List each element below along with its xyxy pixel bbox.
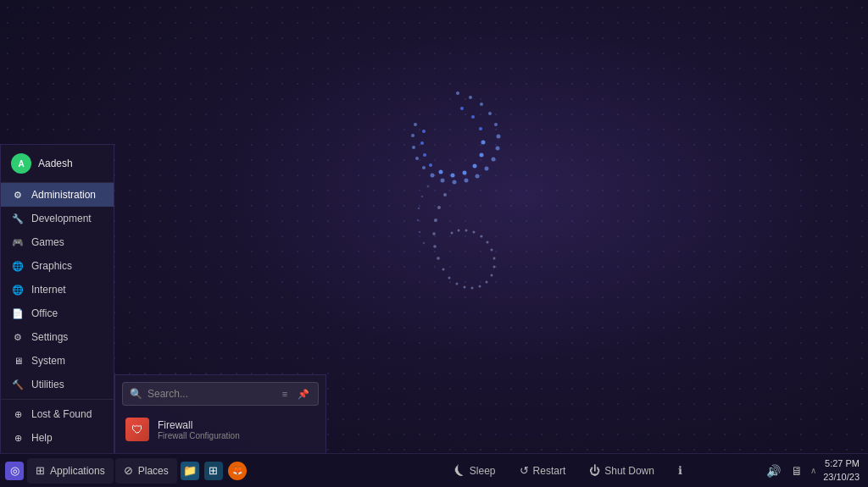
network-icon[interactable]: 🖥 (788, 462, 805, 479)
applications-button[interactable]: ⊞ Applications (27, 458, 114, 484)
menu-item-graphics[interactable]: 🌐 Graphics (1, 254, 114, 278)
svg-point-45 (491, 274, 493, 277)
search-bar[interactable]: 🔍 ≡ 📌 (122, 382, 319, 406)
svg-point-28 (429, 163, 432, 167)
svg-point-22 (481, 141, 486, 145)
svg-point-58 (417, 219, 420, 222)
pin-icon[interactable]: 📌 (296, 386, 311, 401)
restart-button[interactable]: ↺ Restart (509, 461, 576, 480)
office-icon: 📄 (11, 307, 25, 320)
app-item-firewall[interactable]: 🛡 Firewall Firewall Configuration (115, 412, 326, 446)
development-icon: 🔧 (11, 212, 25, 225)
menu-item-settings[interactable]: ⚙ Settings (1, 325, 114, 349)
svg-point-20 (471, 115, 475, 119)
svg-point-36 (433, 245, 437, 248)
administration-icon: ⚙ (11, 188, 25, 202)
user-name: Aadesh (38, 158, 73, 169)
taskbar-center: ⏾ Sleep ↺ Restart ⏻ Shut Down ℹ (381, 461, 756, 480)
taskbar: ◎ ⊞ Applications ⊘ Places 📁 ⊞ 🦊 (0, 453, 868, 487)
svg-point-24 (473, 164, 477, 169)
menu-item-system[interactable]: 🖥 System (1, 349, 114, 373)
svg-point-39 (448, 277, 451, 279)
svg-point-48 (491, 249, 493, 252)
desktop: A Aadesh ⚙ Administration 🔧 Development … (0, 0, 868, 487)
svg-point-26 (451, 174, 455, 178)
svg-point-49 (487, 241, 489, 244)
system-tray: 🔊 🖥 ∧ (764, 462, 816, 479)
filter-icon[interactable]: ≡ (277, 386, 292, 401)
svg-point-8 (485, 167, 489, 171)
taskbar-app-files[interactable]: 📁 (181, 462, 199, 480)
settings-icon: ⚙ (11, 330, 25, 344)
places-button[interactable]: ⊘ Places (115, 458, 177, 484)
svg-point-31 (422, 130, 426, 133)
svg-point-15 (415, 157, 419, 160)
sleep-button[interactable]: ⏾ Sleep (444, 461, 506, 480)
taskbar-app-software[interactable]: ⊞ (204, 462, 223, 480)
svg-point-23 (480, 153, 484, 158)
svg-point-1 (469, 96, 472, 99)
app-subtitle: Firewall Configuration (158, 431, 240, 440)
svg-point-60 (423, 242, 426, 245)
svg-point-37 (437, 257, 440, 260)
menu-item-internet[interactable]: 🌐 Internet (1, 278, 114, 302)
svg-point-7 (492, 158, 496, 162)
svg-point-10 (465, 179, 469, 183)
svg-point-41 (464, 286, 466, 289)
volume-icon[interactable]: 🔊 (764, 462, 783, 479)
svg-point-0 (456, 91, 459, 95)
tray-expand-icon[interactable]: ∧ (810, 466, 816, 475)
desktop-logo (356, 68, 542, 339)
menu-item-utilities[interactable]: 🔨 Utilities (1, 373, 114, 396)
taskbar-app-firefox[interactable]: 🦊 (228, 462, 247, 480)
app-title: Firewall (158, 419, 240, 431)
menu-item-lost-found[interactable]: ⊕ Lost & Found (1, 402, 114, 426)
search-input[interactable] (147, 388, 272, 400)
svg-point-54 (451, 232, 453, 235)
sub-panel: 🔍 ≡ 📌 🛡 Firewall Firewall Configuration (114, 374, 326, 453)
svg-point-18 (414, 123, 417, 126)
svg-point-52 (465, 230, 468, 232)
svg-point-27 (439, 170, 443, 174)
svg-point-42 (471, 287, 474, 290)
internet-icon: 🌐 (11, 283, 25, 296)
menu-item-help[interactable]: ⊕ Help (1, 426, 114, 450)
budgie-icon[interactable]: ◎ (5, 462, 24, 480)
clock-date: 23/10/23 (823, 471, 860, 484)
svg-point-50 (481, 235, 483, 238)
user-header: A Aadesh (1, 145, 114, 183)
svg-point-5 (497, 135, 501, 139)
svg-point-12 (441, 179, 445, 183)
taskbar-left: ◎ ⊞ Applications ⊘ Places 📁 ⊞ 🦊 (0, 458, 381, 484)
svg-point-34 (434, 219, 437, 222)
lost-found-icon: ⊕ (11, 407, 25, 421)
clock[interactable]: 5:27 PM 23/10/23 (823, 457, 860, 484)
svg-point-14 (422, 166, 426, 169)
menu-item-development[interactable]: 🔧 Development (1, 207, 114, 230)
svg-point-13 (431, 174, 435, 178)
svg-point-38 (442, 268, 445, 271)
svg-point-32 (443, 193, 447, 196)
menu-item-games[interactable]: 🎮 Games (1, 230, 114, 254)
svg-point-25 (463, 171, 467, 175)
svg-point-29 (423, 153, 426, 157)
app-info: Firewall Firewall Configuration (158, 419, 240, 440)
search-icon: 🔍 (130, 388, 142, 400)
svg-point-3 (488, 112, 492, 115)
more-button[interactable]: ℹ (668, 461, 693, 480)
svg-point-59 (419, 231, 421, 234)
system-icon: 🖥 (11, 354, 25, 368)
svg-point-11 (453, 180, 457, 185)
menu-item-administration[interactable]: ⚙ Administration (1, 183, 114, 207)
shutdown-button[interactable]: ⏻ Shut Down (579, 461, 665, 480)
svg-point-47 (493, 257, 496, 260)
menu-item-office[interactable]: 📄 Office (1, 302, 114, 325)
taskbar-right: 🔊 🖥 ∧ 5:27 PM 23/10/23 (755, 457, 868, 484)
svg-point-2 (480, 102, 483, 106)
start-menu: A Aadesh ⚙ Administration 🔧 Development … (0, 144, 114, 453)
svg-point-57 (418, 208, 420, 210)
svg-point-44 (486, 281, 488, 284)
svg-point-6 (496, 147, 500, 151)
utilities-icon: 🔨 (11, 378, 25, 391)
svg-point-43 (479, 285, 481, 288)
